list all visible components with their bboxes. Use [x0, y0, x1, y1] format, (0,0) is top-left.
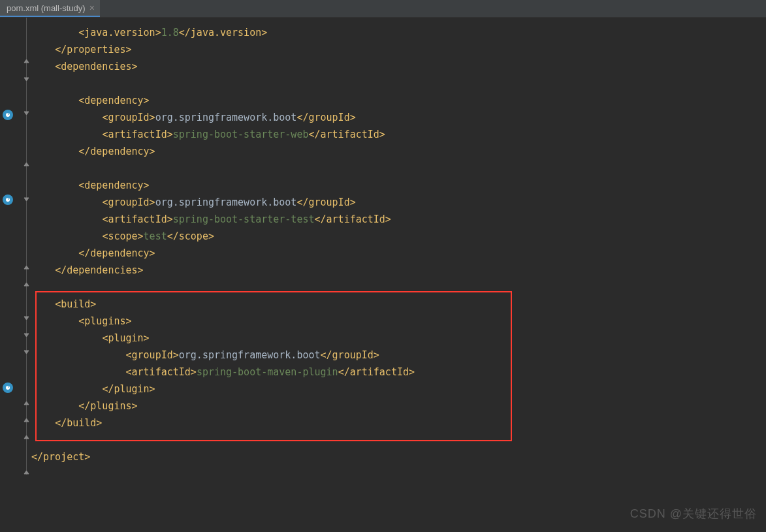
code-line[interactable]	[31, 75, 766, 92]
fold-expand-icon[interactable]	[23, 281, 30, 288]
code-line[interactable]: </build>	[31, 415, 766, 431]
close-icon[interactable]: ×	[89, 3, 95, 13]
fold-expand-icon[interactable]	[23, 161, 30, 168]
code-line[interactable]: <plugin>	[31, 330, 766, 347]
fold-collapse-icon[interactable]	[23, 196, 30, 203]
code-line[interactable]: <dependency>	[31, 92, 766, 109]
code-line[interactable]: </dependency>	[31, 143, 766, 160]
fold-expand-icon[interactable]	[23, 264, 30, 271]
editor-tab[interactable]: pom.xml (mall-study) ×	[0, 0, 100, 17]
fold-expand-icon[interactable]	[23, 399, 30, 407]
code-line[interactable]: </project>	[31, 448, 766, 465]
code-line[interactable]: </dependencies>	[31, 262, 766, 279]
fold-expand-icon[interactable]	[23, 469, 30, 476]
fold-collapse-icon[interactable]	[23, 332, 30, 339]
code-line[interactable]: <artifactId>spring-boot-maven-plugin</ar…	[31, 364, 766, 381]
code-line[interactable]: <groupId>org.springframework.boot</group…	[31, 109, 766, 126]
code-line[interactable]	[31, 160, 766, 177]
code-line[interactable]: <java.version>1.8</java.version>	[31, 24, 766, 41]
code-line[interactable]: </dependency>	[31, 245, 766, 262]
gutter	[0, 18, 31, 532]
fold-expand-icon[interactable]	[23, 57, 30, 65]
tab-bar: pom.xml (mall-study) ×	[0, 0, 766, 18]
code-line[interactable]	[31, 482, 766, 499]
watermark: CSDN @关键还得世俗	[630, 506, 757, 522]
code-line[interactable]: <build>	[31, 296, 766, 313]
code-line[interactable]	[31, 465, 766, 482]
bean-icon[interactable]	[3, 195, 13, 205]
bean-icon[interactable]	[3, 110, 13, 120]
code-line[interactable]: <plugins>	[31, 313, 766, 330]
fold-collapse-icon[interactable]	[23, 110, 30, 117]
fold-collapse-icon[interactable]	[23, 76, 30, 83]
fold-collapse-icon[interactable]	[23, 349, 30, 356]
fold-column	[23, 18, 31, 532]
code-line[interactable]: </plugins>	[31, 398, 766, 415]
code-line[interactable]	[31, 431, 766, 448]
code-area[interactable]: <java.version>1.8</java.version> </prope…	[31, 18, 766, 532]
fold-collapse-icon[interactable]	[23, 315, 30, 322]
code-line[interactable]: <dependency>	[31, 177, 766, 194]
code-line[interactable]: <groupId>org.springframework.boot</group…	[31, 194, 766, 211]
code-line[interactable]: </plugin>	[31, 381, 766, 398]
editor: <java.version>1.8</java.version> </prope…	[0, 18, 766, 532]
code-line[interactable]: <artifactId>spring-boot-starter-test</ar…	[31, 211, 766, 228]
bean-icon[interactable]	[3, 383, 13, 393]
code-line[interactable]: </properties>	[31, 41, 766, 58]
fold-expand-icon[interactable]	[23, 433, 30, 441]
tab-label: pom.xml (mall-study)	[7, 3, 86, 13]
fold-expand-icon[interactable]	[23, 416, 30, 424]
code-line[interactable]: <dependencies>	[31, 58, 766, 75]
code-line[interactable]: <groupId>org.springframework.boot</group…	[31, 347, 766, 364]
code-line[interactable]: <artifactId>spring-boot-starter-web</art…	[31, 126, 766, 143]
code-line[interactable]: <scope>test</scope>	[31, 228, 766, 245]
code-line[interactable]	[31, 279, 766, 296]
